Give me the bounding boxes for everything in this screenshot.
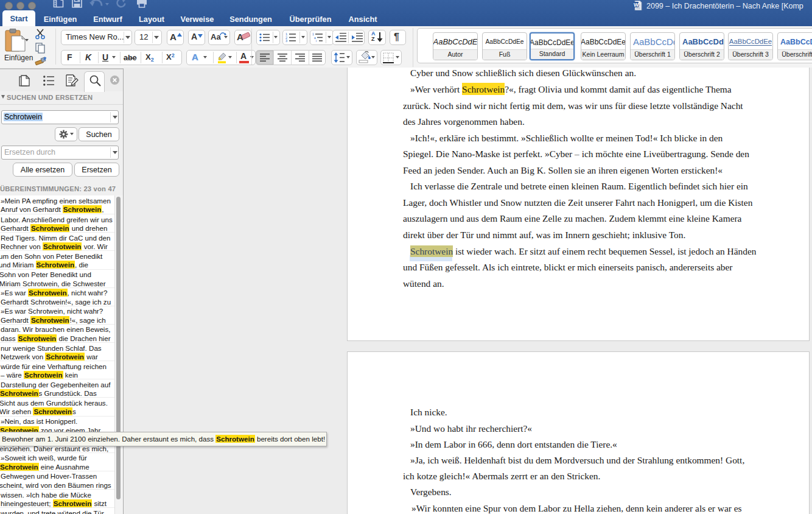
svg-text:W: W bbox=[634, 2, 639, 8]
svg-text:3: 3 bbox=[285, 39, 287, 42]
svg-text:i: i bbox=[316, 39, 317, 42]
